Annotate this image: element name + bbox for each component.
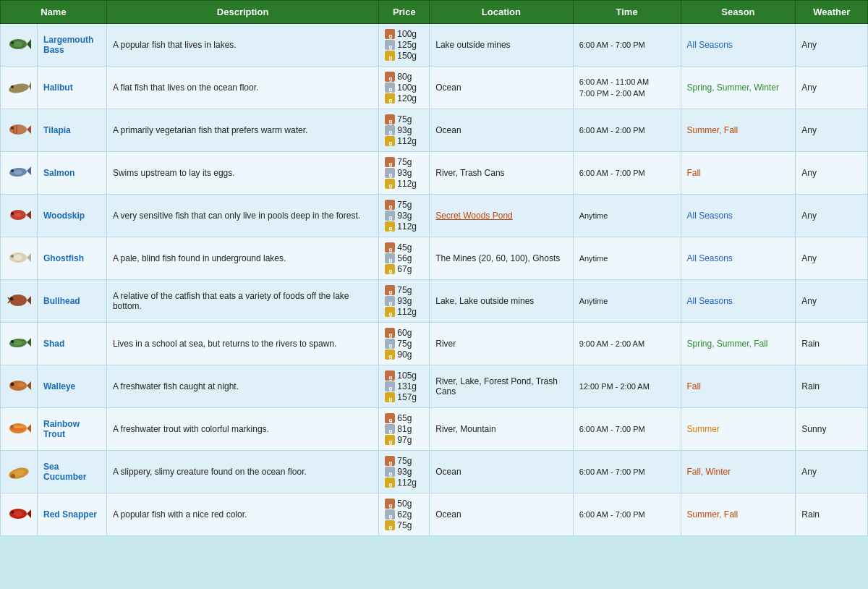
- table-row: Red SnapperA popular fish with a nice re…: [1, 493, 868, 536]
- table-row: Sea CucumberA slippery, slimy creature f…: [1, 451, 868, 493]
- fish-name-tilapia[interactable]: Tilapia: [38, 109, 107, 152]
- table-row: SalmonSwims upstream to lay its eggs.g75…: [1, 152, 868, 195]
- fish-season-bullhead: All Seasons: [681, 280, 796, 323]
- svg-point-113: [11, 511, 14, 514]
- fish-location-halibut: Ocean: [430, 67, 573, 109]
- fish-name-red-snapper[interactable]: Red Snapper: [38, 493, 107, 536]
- fish-desc-rainbow-trout: A freshwater trout with colorful marking…: [106, 408, 378, 451]
- fish-icon-red-snapper: [1, 493, 38, 536]
- svg-text:g: g: [389, 43, 393, 50]
- fish-season-salmon: Fall: [681, 152, 796, 195]
- fish-location-largemouth-bass: Lake outside mines: [430, 24, 573, 67]
- svg-point-74: [14, 341, 22, 345]
- fish-time-walleye: 12:00 PM - 2:00 AM: [573, 365, 681, 408]
- svg-point-2: [11, 41, 14, 44]
- fish-name-walleye[interactable]: Walleye: [38, 365, 107, 408]
- svg-marker-31: [27, 166, 31, 175]
- svg-text:g: g: [389, 502, 393, 509]
- svg-text:g: g: [389, 268, 393, 274]
- fish-name-rainbow-trout[interactable]: Rainbow Trout: [38, 408, 107, 451]
- svg-marker-72: [27, 338, 31, 347]
- fish-weather-shad: Rain: [796, 323, 868, 365]
- fish-desc-tilapia: A primarily vegetarian fish that prefers…: [106, 109, 378, 152]
- header-name: Name: [1, 1, 107, 24]
- fish-icon-sea-cucumber: [1, 451, 38, 493]
- fish-weather-salmon: Any: [796, 152, 868, 195]
- table-row: HalibutA flat fish that lives on the oce…: [1, 67, 868, 109]
- fish-location-bullhead: Lake, Lake outside mines: [430, 280, 573, 323]
- header-weather: Weather: [796, 1, 868, 24]
- fish-weather-tilapia: Any: [796, 109, 868, 152]
- fish-season-tilapia: Summer, Fall: [681, 109, 796, 152]
- header-location: Location: [430, 1, 573, 24]
- svg-point-3: [14, 41, 22, 47]
- fish-name-shad[interactable]: Shad: [38, 323, 107, 365]
- svg-text:g: g: [389, 129, 393, 135]
- fish-name-woodskip[interactable]: Woodskip: [38, 195, 107, 237]
- table-row: GhostfishA pale, blind fish found in und…: [1, 237, 868, 280]
- svg-marker-1: [27, 39, 31, 49]
- fish-price-tilapia: g75gg93gg112g: [379, 109, 430, 152]
- svg-text:g: g: [389, 246, 393, 253]
- fish-price-rainbow-trout: g65gg81gg97g: [379, 408, 430, 451]
- svg-text:g: g: [389, 481, 393, 488]
- svg-text:g: g: [389, 118, 393, 124]
- svg-point-33: [14, 170, 22, 174]
- svg-text:g: g: [389, 97, 393, 103]
- fish-season-ghostfish: All Seasons: [681, 237, 796, 280]
- svg-text:g: g: [389, 86, 393, 93]
- svg-text:g: g: [389, 353, 393, 360]
- fish-season-woodskip: All Seasons: [681, 195, 796, 237]
- fish-price-largemouth-bass: g100gg125gg150g: [379, 24, 430, 67]
- fish-weather-walleye: Rain: [796, 365, 868, 408]
- fish-price-halibut: g80gg100gg120g: [379, 67, 430, 109]
- svg-text:g: g: [389, 470, 393, 477]
- fish-icon-tilapia: [1, 109, 38, 152]
- fish-desc-ghostfish: A pale, blind fish found in underground …: [106, 237, 378, 280]
- fish-season-red-snapper: Summer, Fall: [681, 493, 796, 536]
- svg-text:g: g: [389, 374, 393, 381]
- fish-name-largemouth-bass[interactable]: Largemouth Bass: [38, 24, 107, 67]
- fish-location-woodskip[interactable]: Secret Woods Pond: [430, 195, 573, 237]
- svg-marker-82: [27, 381, 31, 390]
- fish-time-rainbow-trout: 6:00 AM - 7:00 PM: [573, 408, 681, 451]
- svg-text:g: g: [389, 300, 393, 306]
- table-row: Largemouth BassA popular fish that lives…: [1, 24, 868, 67]
- fish-location-sea-cucumber: Ocean: [430, 451, 573, 493]
- svg-text:g: g: [389, 214, 393, 221]
- svg-text:g: g: [389, 513, 393, 520]
- fish-name-ghostfish[interactable]: Ghostfish: [38, 237, 107, 280]
- fish-desc-red-snapper: A popular fish with a nice red color.: [106, 493, 378, 536]
- fish-desc-walleye: A freshwater fish caught at night.: [106, 365, 378, 408]
- svg-text:g: g: [389, 171, 393, 178]
- fish-name-halibut[interactable]: Halibut: [38, 67, 107, 109]
- svg-marker-20: [27, 125, 31, 134]
- fish-name-salmon[interactable]: Salmon: [38, 152, 107, 195]
- fish-weather-rainbow-trout: Sunny: [796, 408, 868, 451]
- table-row: BullheadA relative of the catfish that e…: [1, 280, 868, 323]
- svg-text:g: g: [389, 182, 393, 189]
- fish-weather-bullhead: Any: [796, 280, 868, 323]
- svg-marker-112: [27, 509, 31, 518]
- fish-name-sea-cucumber[interactable]: Sea Cucumber: [38, 451, 107, 493]
- svg-marker-41: [26, 211, 31, 219]
- fish-icon-salmon: [1, 152, 38, 195]
- svg-text:g: g: [389, 396, 393, 402]
- fish-time-salmon: 6:00 AM - 7:00 PM: [573, 152, 681, 195]
- fish-price-salmon: g75gg93gg112g: [379, 152, 430, 195]
- fish-name-bullhead[interactable]: Bullhead: [38, 280, 107, 323]
- svg-text:g: g: [389, 33, 393, 39]
- fish-desc-salmon: Swims upstream to lay its eggs.: [106, 152, 378, 195]
- fish-icon-ghostfish: [1, 237, 38, 280]
- fish-icon-woodskip: [1, 195, 38, 237]
- fish-price-sea-cucumber: g75gg93gg112g: [379, 451, 430, 493]
- fish-desc-sea-cucumber: A slippery, slimy creature found on the …: [106, 451, 378, 493]
- fish-location-rainbow-trout: River, Mountain: [430, 408, 573, 451]
- fish-season-sea-cucumber: Fall, Winter: [681, 451, 796, 493]
- svg-point-104: [11, 474, 15, 478]
- fish-price-walleye: g105gg131gg157g: [379, 365, 430, 408]
- fish-price-red-snapper: g50gg62gg75g: [379, 493, 430, 536]
- fish-time-tilapia: 6:00 AM - 2:00 PM: [573, 109, 681, 152]
- fish-location-shad: River: [430, 323, 573, 365]
- fish-time-ghostfish: Anytime: [573, 237, 681, 280]
